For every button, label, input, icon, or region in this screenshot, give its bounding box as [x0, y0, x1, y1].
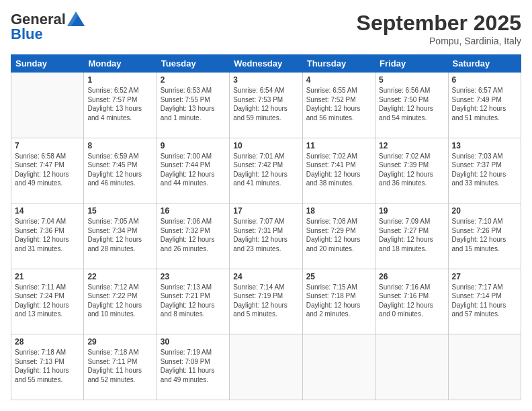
- day-number: 19: [379, 206, 444, 216]
- calendar-cell: 20Sunrise: 7:10 AM Sunset: 7:26 PM Dayli…: [448, 203, 521, 269]
- header-row: SundayMondayTuesdayWednesdayThursdayFrid…: [11, 55, 521, 73]
- day-info: Sunrise: 6:52 AM Sunset: 7:57 PM Dayligh…: [87, 86, 152, 122]
- day-number: 10: [233, 141, 298, 150]
- day-number: 16: [161, 206, 226, 216]
- day-number: 4: [306, 75, 371, 85]
- logo: General Blue: [11, 11, 85, 43]
- calendar-cell: 29Sunrise: 7:18 AM Sunset: 7:11 PM Dayli…: [84, 334, 157, 400]
- calendar-cell: 7Sunrise: 6:58 AM Sunset: 7:47 PM Daylig…: [11, 138, 84, 203]
- day-info: Sunrise: 7:18 AM Sunset: 7:11 PM Dayligh…: [87, 348, 152, 384]
- day-number: 30: [161, 337, 226, 347]
- day-number: 3: [233, 75, 298, 85]
- day-number: 6: [452, 75, 517, 85]
- calendar-cell: 2Sunrise: 6:53 AM Sunset: 7:55 PM Daylig…: [157, 73, 229, 138]
- calendar-cell: 23Sunrise: 7:13 AM Sunset: 7:21 PM Dayli…: [157, 269, 229, 334]
- calendar-cell: 15Sunrise: 7:05 AM Sunset: 7:34 PM Dayli…: [84, 203, 157, 269]
- day-info: Sunrise: 7:12 AM Sunset: 7:22 PM Dayligh…: [87, 283, 152, 319]
- day-info: Sunrise: 7:16 AM Sunset: 7:16 PM Dayligh…: [379, 283, 444, 319]
- calendar-cell: 17Sunrise: 7:07 AM Sunset: 7:31 PM Dayli…: [230, 203, 302, 269]
- calendar-cell: [375, 334, 448, 400]
- weekday-header: Wednesday: [230, 55, 302, 73]
- calendar-cell: 11Sunrise: 7:02 AM Sunset: 7:41 PM Dayli…: [302, 138, 375, 203]
- calendar-week-row: 21Sunrise: 7:11 AM Sunset: 7:24 PM Dayli…: [11, 269, 521, 334]
- day-number: 23: [161, 272, 226, 281]
- day-number: 25: [306, 272, 371, 281]
- day-info: Sunrise: 6:54 AM Sunset: 7:53 PM Dayligh…: [233, 86, 298, 122]
- day-info: Sunrise: 7:07 AM Sunset: 7:31 PM Dayligh…: [233, 217, 298, 253]
- location: Pompu, Sardinia, Italy: [357, 36, 521, 46]
- day-info: Sunrise: 7:10 AM Sunset: 7:26 PM Dayligh…: [452, 217, 517, 253]
- day-info: Sunrise: 7:00 AM Sunset: 7:44 PM Dayligh…: [161, 152, 226, 188]
- day-info: Sunrise: 7:11 AM Sunset: 7:24 PM Dayligh…: [15, 283, 80, 319]
- calendar-cell: 22Sunrise: 7:12 AM Sunset: 7:22 PM Dayli…: [84, 269, 157, 334]
- day-info: Sunrise: 7:13 AM Sunset: 7:21 PM Dayligh…: [161, 283, 226, 319]
- day-info: Sunrise: 6:59 AM Sunset: 7:45 PM Dayligh…: [87, 152, 152, 188]
- page: General Blue September 2025 Pompu, Sardi…: [0, 0, 532, 411]
- weekday-header: Sunday: [11, 55, 84, 73]
- day-number: 5: [379, 75, 444, 85]
- day-info: Sunrise: 6:53 AM Sunset: 7:55 PM Dayligh…: [161, 86, 226, 122]
- day-number: 22: [87, 272, 152, 281]
- weekday-header: Monday: [84, 55, 157, 73]
- day-number: 17: [233, 206, 298, 216]
- calendar-cell: 14Sunrise: 7:04 AM Sunset: 7:36 PM Dayli…: [11, 203, 84, 269]
- weekday-header: Friday: [375, 55, 448, 73]
- calendar-cell: 13Sunrise: 7:03 AM Sunset: 7:37 PM Dayli…: [448, 138, 521, 203]
- day-number: 27: [452, 272, 517, 281]
- calendar-cell: 28Sunrise: 7:18 AM Sunset: 7:13 PM Dayli…: [11, 334, 84, 400]
- day-number: 11: [306, 141, 371, 150]
- calendar-week-row: 28Sunrise: 7:18 AM Sunset: 7:13 PM Dayli…: [11, 334, 521, 400]
- day-number: 8: [87, 141, 152, 150]
- day-number: 9: [161, 141, 226, 150]
- day-info: Sunrise: 7:09 AM Sunset: 7:27 PM Dayligh…: [379, 217, 444, 253]
- calendar-cell: [11, 73, 84, 138]
- day-number: 14: [15, 206, 80, 216]
- calendar-cell: 10Sunrise: 7:01 AM Sunset: 7:42 PM Dayli…: [230, 138, 302, 203]
- day-number: 13: [452, 141, 517, 150]
- calendar-cell: 3Sunrise: 6:54 AM Sunset: 7:53 PM Daylig…: [230, 73, 302, 138]
- calendar-cell: 24Sunrise: 7:14 AM Sunset: 7:19 PM Dayli…: [230, 269, 302, 334]
- calendar-cell: 19Sunrise: 7:09 AM Sunset: 7:27 PM Dayli…: [375, 203, 448, 269]
- day-info: Sunrise: 7:17 AM Sunset: 7:14 PM Dayligh…: [452, 283, 517, 319]
- day-info: Sunrise: 7:02 AM Sunset: 7:41 PM Dayligh…: [306, 152, 371, 188]
- day-number: 20: [452, 206, 517, 216]
- calendar-cell: 8Sunrise: 6:59 AM Sunset: 7:45 PM Daylig…: [84, 138, 157, 203]
- calendar-cell: 25Sunrise: 7:15 AM Sunset: 7:18 PM Dayli…: [302, 269, 375, 334]
- calendar-cell: [302, 334, 375, 400]
- day-info: Sunrise: 7:03 AM Sunset: 7:37 PM Dayligh…: [452, 152, 517, 188]
- calendar-cell: 18Sunrise: 7:08 AM Sunset: 7:29 PM Dayli…: [302, 203, 375, 269]
- calendar-cell: 4Sunrise: 6:55 AM Sunset: 7:52 PM Daylig…: [302, 73, 375, 138]
- calendar-week-row: 14Sunrise: 7:04 AM Sunset: 7:36 PM Dayli…: [11, 203, 521, 269]
- day-info: Sunrise: 7:18 AM Sunset: 7:13 PM Dayligh…: [15, 348, 80, 384]
- day-number: 21: [15, 272, 80, 281]
- day-info: Sunrise: 7:19 AM Sunset: 7:09 PM Dayligh…: [161, 348, 226, 384]
- title-block: September 2025 Pompu, Sardinia, Italy: [357, 11, 521, 46]
- day-number: 2: [161, 75, 226, 85]
- logo-icon: [67, 11, 85, 26]
- calendar-cell: 16Sunrise: 7:06 AM Sunset: 7:32 PM Dayli…: [157, 203, 229, 269]
- day-info: Sunrise: 7:04 AM Sunset: 7:36 PM Dayligh…: [15, 217, 80, 253]
- day-info: Sunrise: 6:56 AM Sunset: 7:50 PM Dayligh…: [379, 86, 444, 122]
- calendar-cell: [230, 334, 302, 400]
- calendar-cell: 5Sunrise: 6:56 AM Sunset: 7:50 PM Daylig…: [375, 73, 448, 138]
- calendar-cell: 30Sunrise: 7:19 AM Sunset: 7:09 PM Dayli…: [157, 334, 229, 400]
- calendar-table: SundayMondayTuesdayWednesdayThursdayFrid…: [11, 54, 521, 400]
- day-number: 26: [379, 272, 444, 281]
- calendar-cell: 26Sunrise: 7:16 AM Sunset: 7:16 PM Dayli…: [375, 269, 448, 334]
- weekday-header: Saturday: [448, 55, 521, 73]
- calendar-week-row: 1Sunrise: 6:52 AM Sunset: 7:57 PM Daylig…: [11, 73, 521, 138]
- day-number: 12: [379, 141, 444, 150]
- calendar-cell: 9Sunrise: 7:00 AM Sunset: 7:44 PM Daylig…: [157, 138, 229, 203]
- header: General Blue September 2025 Pompu, Sardi…: [11, 11, 521, 46]
- day-number: 1: [87, 75, 152, 85]
- day-info: Sunrise: 7:05 AM Sunset: 7:34 PM Dayligh…: [87, 217, 152, 253]
- day-info: Sunrise: 7:01 AM Sunset: 7:42 PM Dayligh…: [233, 152, 298, 188]
- calendar-cell: 27Sunrise: 7:17 AM Sunset: 7:14 PM Dayli…: [448, 269, 521, 334]
- calendar-cell: 21Sunrise: 7:11 AM Sunset: 7:24 PM Dayli…: [11, 269, 84, 334]
- day-number: 7: [15, 141, 80, 150]
- weekday-header: Tuesday: [157, 55, 229, 73]
- day-number: 28: [15, 337, 80, 347]
- day-info: Sunrise: 7:14 AM Sunset: 7:19 PM Dayligh…: [233, 283, 298, 319]
- day-number: 29: [87, 337, 152, 347]
- day-info: Sunrise: 7:08 AM Sunset: 7:29 PM Dayligh…: [306, 217, 371, 253]
